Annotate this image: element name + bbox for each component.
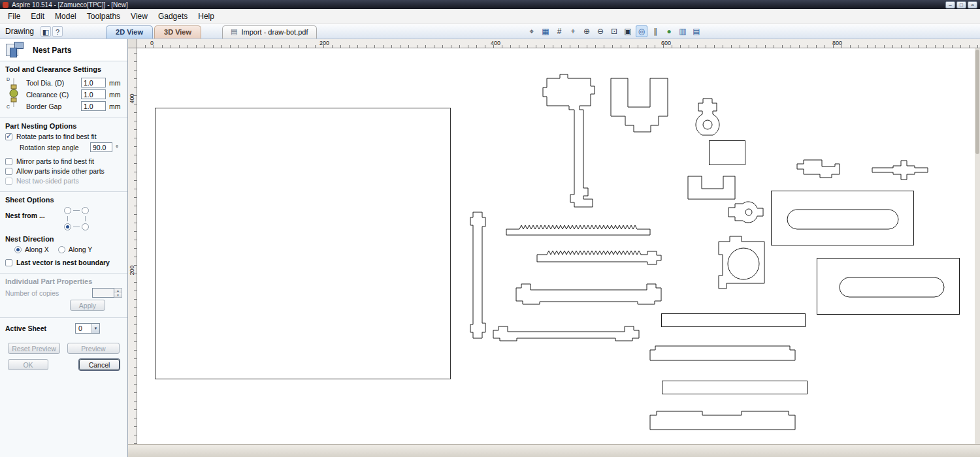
mirror-parts-label: Mirror parts to find best fit [16,157,94,165]
menu-file[interactable]: File [3,10,25,23]
menu-toolpaths[interactable]: Toolpaths [82,10,125,23]
nest-from-bottom-left-radio[interactable] [64,223,71,230]
view-toolbar: ⌖ ▦ # + ⊕ ⊖ ⊡ ▣ ◎ ∥ ● ▥ ▤ [526,25,702,37]
snap-grid-toggle-icon[interactable]: # [553,25,565,37]
vertical-scrollbar-thumb[interactable] [975,50,979,154]
ruler-label: 400 [491,40,500,46]
tile-vertical-icon[interactable]: ▤ [691,25,702,37]
part-outline[interactable] [543,74,595,207]
rotate-parts-checkbox[interactable] [5,133,12,140]
draw-vectors-icon[interactable]: ◎ [636,25,647,37]
ok-button: OK [8,359,48,370]
nest-parts-icon [5,41,25,59]
zoom-out-icon[interactable]: ⊖ [595,25,606,37]
part-outline[interactable] [719,236,764,289]
minimize-button[interactable]: – [945,1,955,8]
tab-import-draw-bot[interactable]: ▤ Import - draw-bot.pdf [222,25,317,39]
clearance-input[interactable] [81,89,106,99]
zoom-in-icon[interactable]: ⊕ [581,25,593,37]
canvas-2d-view[interactable] [137,48,975,444]
pan-view-icon[interactable]: + [567,25,579,37]
two-sided-label: Nest two-sided parts [16,177,79,185]
allow-inside-label: Allow parts inside other parts [16,167,105,175]
border-gap-input[interactable] [81,101,106,111]
part-outline[interactable] [611,78,668,132]
nest-from-connector [73,210,80,211]
maximize-button[interactable]: □ [956,1,966,8]
part-outline[interactable] [710,141,745,165]
app-icon [3,2,8,8]
along-y-radio[interactable] [58,246,65,253]
rotation-step-input[interactable] [90,142,112,152]
svg-text:D: D [7,77,10,82]
nest-from-top-left-radio[interactable] [64,207,71,214]
tile-horizontal-icon[interactable]: ▥ [677,25,689,37]
tool-clearance-heading: Tool and Clearance Settings [5,65,122,73]
part-nesting-heading: Part Nesting Options [5,122,122,130]
nest-from-top-right-radio[interactable] [82,207,89,214]
panel-header: Nest Parts [0,39,127,61]
part-outline[interactable] [872,161,928,180]
preview-button: Preview [67,343,120,354]
active-sheet-dropdown[interactable]: 0 ▼ [75,323,100,334]
part-outline[interactable] [696,99,719,135]
grid-toggle-icon[interactable]: ▦ [540,25,551,37]
tool-dia-input[interactable] [81,78,106,87]
horizontal-ruler: 0 200 400 600 800 [128,39,980,48]
part-outline[interactable] [470,212,485,338]
menu-edit[interactable]: Edit [25,10,50,23]
vertical-scrollbar[interactable] [975,48,980,444]
part-outline[interactable] [516,284,661,304]
zoom-box-icon[interactable]: ⊡ [608,25,620,37]
tool-dia-unit: mm [109,79,122,87]
nest-sheet-outline[interactable] [155,108,451,379]
close-button[interactable]: × [968,1,977,8]
sheet-options-heading: Sheet Options [5,196,122,204]
bottom-scroll-area[interactable] [128,444,980,457]
part-outline[interactable] [797,160,840,178]
along-x-radio[interactable] [14,246,22,253]
3d-preview-icon[interactable]: ● [663,25,675,37]
border-gap-label: Border Gap [26,102,81,110]
snap-toggle-icon[interactable]: ⌖ [526,25,538,37]
nest-from-label: Nest from ... [5,212,45,219]
allow-inside-checkbox[interactable] [5,168,12,175]
part-outline[interactable] [662,314,806,327]
ruler-label: 200 [319,40,329,46]
part-outline[interactable] [650,346,795,360]
part-outline[interactable] [493,326,639,341]
rotation-step-label: Rotation step angle [20,144,90,151]
rotation-step-unit: ° [116,144,122,151]
part-outline[interactable] [772,191,914,245]
last-vector-checkbox[interactable] [5,259,12,266]
menu-view[interactable]: View [125,10,153,23]
measure-icon[interactable]: ∥ [649,25,661,37]
ruler-corner [128,39,137,48]
apply-button: Apply [70,300,105,311]
cancel-button[interactable]: Cancel [79,359,120,370]
tab-2d-view[interactable]: 2D View [106,25,153,39]
part-nesting-section: Part Nesting Options Rotate parts to fin… [0,118,127,191]
ruler-label: 200 [129,264,135,277]
menu-model[interactable]: Model [50,10,82,23]
part-outline[interactable] [817,259,960,315]
part-outline[interactable] [688,176,735,199]
part-outline[interactable] [537,251,661,264]
active-sheet-section: Active Sheet 0 ▼ Reset Preview Preview O… [0,317,127,377]
drawing-tab-label[interactable]: Drawing [0,27,41,39]
menu-gadgets[interactable]: Gadgets [153,10,193,23]
dock-panel-icon[interactable]: ◧ [41,26,51,37]
tab-3d-view[interactable]: 3D View [154,25,201,39]
help-icon[interactable]: ? [52,26,63,37]
nest-from-bottom-right-radio[interactable] [82,223,89,230]
part-properties-section: Individual Part Properties Number of cop… [0,273,127,317]
zoom-extents-icon[interactable]: ▣ [622,25,634,37]
part-outline[interactable] [650,411,795,430]
mirror-parts-checkbox[interactable] [5,158,12,165]
part-outline[interactable] [662,381,808,394]
menu-help[interactable]: Help [193,10,220,23]
clearance-label: Clearance (C) [26,91,81,99]
tool-clearance-section: Tool and Clearance Settings D C Tool Dia… [0,61,127,118]
part-outline[interactable] [506,225,650,235]
ruler-label: 600 [661,40,671,46]
